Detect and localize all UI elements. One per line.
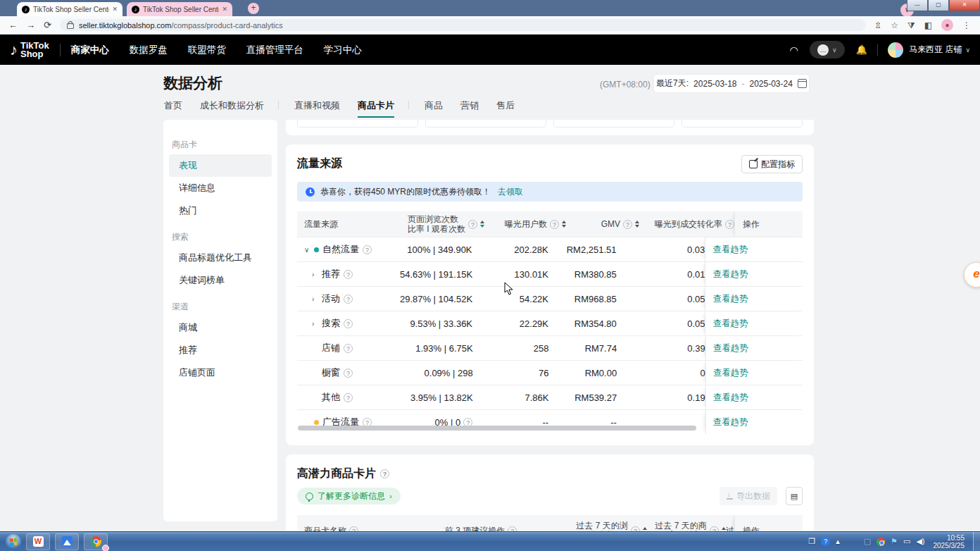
show-desktop-button[interactable]: [973, 532, 980, 551]
profile-avatar[interactable]: ●: [941, 19, 953, 31]
taskbar-wps-icon[interactable]: W: [26, 533, 50, 550]
help-icon[interactable]: ?: [468, 220, 477, 229]
tab-home[interactable]: 首页: [164, 99, 182, 116]
tray-expand-icon[interactable]: ▴: [836, 537, 840, 546]
view-trend-link[interactable]: 查看趋势: [713, 416, 748, 428]
browser-menu-icon[interactable]: ⋮: [962, 20, 971, 30]
browser-tab-1[interactable]: ♪ TikTok Shop Seller Center | Cr ✕: [17, 2, 122, 16]
tab-close-icon[interactable]: ✕: [222, 6, 227, 13]
horizontal-scrollbar[interactable]: [298, 426, 696, 431]
new-tab-button[interactable]: +: [248, 3, 259, 14]
sidebar-item-title-optimizer[interactable]: 商品标题优化工具: [169, 247, 272, 269]
help-icon[interactable]: ?: [344, 319, 353, 328]
nav-item-learning-center[interactable]: 学习中心: [324, 44, 362, 56]
tab-products[interactable]: 商品: [425, 99, 443, 116]
claim-coupon-link[interactable]: 去领取: [498, 186, 523, 198]
collapse-icon[interactable]: ∨: [304, 246, 314, 254]
nav-item-affiliate[interactable]: 联盟带货: [188, 44, 226, 56]
nav-item-data-compass[interactable]: 数据罗盘: [130, 44, 168, 56]
tab-growth-analytics[interactable]: 成长和数据分析: [200, 99, 264, 116]
report-doc-button[interactable]: ▤: [786, 487, 803, 505]
close-button[interactable]: ✕: [949, 0, 980, 11]
help-icon[interactable]: ?: [550, 220, 559, 229]
expand-icon[interactable]: ›: [312, 271, 322, 278]
help-icon[interactable]: ?: [363, 245, 372, 254]
sidebar-item-details[interactable]: 详细信息: [169, 177, 272, 199]
help-icon[interactable]: ?: [380, 469, 389, 478]
gmv-value: RM0.00: [549, 368, 617, 378]
tray-app-icon[interactable]: ▢: [864, 537, 871, 546]
sidebar-item-keyword-ranking[interactable]: 关键词榜单: [169, 269, 272, 292]
browser-tab-2-active[interactable]: ♪ TikTok Shop Seller Center | Cr ✕: [127, 2, 232, 16]
bulb-icon: [306, 493, 313, 500]
address-bar[interactable]: seller.tiktokglobalshop.com /compass/pro…: [60, 19, 866, 31]
start-button[interactable]: [6, 534, 21, 550]
notification-bell-icon[interactable]: 🔔: [856, 44, 867, 55]
view-trend-link[interactable]: 查看趋势: [713, 367, 748, 379]
share-icon[interactable]: ⇫: [874, 20, 881, 30]
maximize-button[interactable]: ▢: [928, 0, 949, 11]
sidebar-item-trending[interactable]: 热门: [169, 199, 272, 222]
help-icon[interactable]: ?: [725, 220, 734, 229]
taskbar-chrome-icon[interactable]: [84, 533, 108, 550]
date-range-picker[interactable]: 最近7天: 2025-03-18 - 2025-03-24: [653, 74, 810, 93]
tab-product-card[interactable]: 商品卡片: [358, 99, 394, 118]
help-icon[interactable]: ?: [344, 344, 353, 353]
help-icon[interactable]: ?: [344, 393, 353, 402]
sidebar-item-shop-page[interactable]: 店铺页面: [169, 361, 272, 384]
analytics-tabs: 首页 成长和数据分析 直播和视频 商品卡片 商品 营销 售后: [164, 99, 532, 115]
tab-live-video[interactable]: 直播和视频: [294, 99, 340, 116]
store-name[interactable]: 马来西亚 店铺: [909, 44, 962, 56]
sidebar-item-mall[interactable]: 商城: [169, 316, 272, 339]
sidebar: 商品卡 表现 详细信息 热门 搜索 商品标题优化工具 关键词榜单 渠道 商城 推…: [163, 120, 277, 521]
diagnose-info-pill[interactable]: 了解更多诊断信息 ›: [297, 488, 401, 504]
nav-item-live-platform[interactable]: 直播管理平台: [246, 44, 303, 56]
chat-pill-button[interactable]: … ∨: [810, 41, 845, 58]
tray-chrome-icon[interactable]: [877, 538, 885, 546]
side-panel-icon[interactable]: ◧: [924, 20, 932, 30]
nav-divider: [60, 44, 61, 56]
tray-network-icon[interactable]: ▭: [903, 537, 910, 546]
minimize-button[interactable]: —: [907, 0, 928, 11]
metric-cards-cutoff: [286, 120, 814, 135]
configure-metrics-button[interactable]: 配置指标: [741, 155, 803, 173]
view-trend-link[interactable]: 查看趋势: [712, 268, 748, 280]
tab-close-icon[interactable]: ✕: [112, 6, 118, 13]
coupon-banner: 恭喜你，获得450 MYR的限时优惠券待领取！ 去领取: [297, 182, 803, 202]
help-icon[interactable]: ?: [344, 295, 353, 304]
tray-flag-icon[interactable]: ⚑: [891, 537, 898, 546]
back-icon[interactable]: ←: [8, 20, 18, 30]
metric-card-stub: [553, 120, 674, 128]
expand-icon[interactable]: ›: [312, 320, 322, 328]
chevron-right-icon: ›: [389, 492, 392, 500]
taskbar-meeting-app-icon[interactable]: [55, 533, 79, 550]
tab-marketing[interactable]: 营销: [460, 99, 479, 116]
tab-after-sales[interactable]: 售后: [496, 99, 515, 116]
help-icon[interactable]: ?: [623, 220, 632, 229]
chevron-down-icon: ∨: [832, 47, 837, 54]
extensions-icon[interactable]: ⧩: [907, 20, 915, 30]
taskbar-clock[interactable]: 10:55 2025/3/25: [934, 534, 965, 550]
store-avatar[interactable]: [888, 42, 903, 58]
tiktok-shop-logo[interactable]: ♪ TikTok Shop: [10, 41, 49, 59]
download-icon: [727, 493, 733, 500]
view-trend-link[interactable]: 查看趋势: [712, 318, 748, 330]
forward-icon[interactable]: →: [26, 20, 35, 30]
view-trend-link[interactable]: 查看趋势: [713, 392, 748, 404]
sidebar-item-performance[interactable]: 表现: [169, 154, 272, 177]
view-trend-link[interactable]: 查看趋势: [712, 244, 748, 256]
nav-item-seller-center[interactable]: 商家中心: [71, 44, 109, 56]
tray-help-icon[interactable]: ?: [821, 537, 830, 546]
expand-icon[interactable]: ›: [312, 295, 322, 303]
tray-volume-icon[interactable]: ◀): [916, 537, 924, 546]
view-trend-link[interactable]: 查看趋势: [712, 293, 748, 305]
bookmark-star-icon[interactable]: ☆: [891, 20, 898, 30]
view-trend-link[interactable]: 查看趋势: [713, 342, 748, 354]
help-icon[interactable]: ?: [344, 270, 353, 279]
sidebar-item-recommend[interactable]: 推荐: [169, 339, 272, 361]
tray-window-icon[interactable]: ❐: [808, 537, 815, 546]
help-icon[interactable]: ?: [344, 369, 353, 378]
headset-support-icon[interactable]: ◠: [790, 44, 798, 56]
export-data-button[interactable]: 导出数据: [720, 487, 777, 505]
reload-icon[interactable]: ⟳: [44, 20, 51, 30]
